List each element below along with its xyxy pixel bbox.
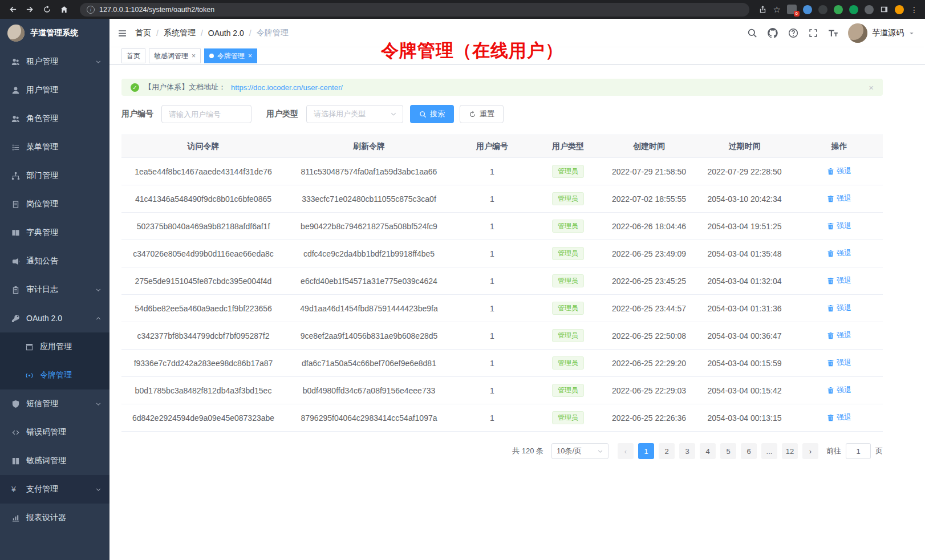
breadcrumb-oauth2[interactable]: OAuth 2.0 xyxy=(208,29,244,38)
page-size-select[interactable]: 10条/页 xyxy=(551,443,608,459)
sidebar-item-oauth2-token[interactable]: 令牌管理 xyxy=(0,361,109,389)
force-logout-button[interactable]: 强退 xyxy=(827,358,851,368)
user-type-cell: 管理员 xyxy=(532,322,605,350)
reset-button[interactable]: 重置 xyxy=(460,105,504,123)
user-type-select[interactable]: 请选择用户类型 xyxy=(306,105,403,123)
user-type-tag: 管理员 xyxy=(552,247,584,260)
force-logout-button[interactable]: 强退 xyxy=(827,303,851,313)
sidebar-item-audit-log[interactable]: 审计日志 xyxy=(0,275,109,304)
force-logout-button[interactable]: 强退 xyxy=(827,412,851,423)
action-cell: 强退 xyxy=(796,240,883,267)
site-info-icon[interactable]: i xyxy=(87,6,95,14)
action-cell: 强退 xyxy=(796,185,883,213)
user-name: 芋道源码 xyxy=(872,28,904,38)
user-type-tag: 管理员 xyxy=(552,220,584,233)
page-button-6[interactable]: 6 xyxy=(741,443,757,459)
force-logout-button[interactable]: 强退 xyxy=(827,166,851,176)
sidebar-item-oauth2-app[interactable]: 应用管理 xyxy=(0,332,109,361)
extension-icon-dark[interactable] xyxy=(818,5,827,14)
sidebar-item-tenant[interactable]: 租户管理 xyxy=(0,47,109,76)
sidebar-item-post[interactable]: 岗位管理 xyxy=(0,190,109,218)
sidebar-item-menu[interactable]: 菜单管理 xyxy=(0,133,109,161)
extension-icon-green[interactable] xyxy=(834,5,843,14)
force-logout-button[interactable]: 强退 xyxy=(827,193,851,204)
user-type-cell: 管理员 xyxy=(532,377,605,404)
force-logout-button[interactable]: 强退 xyxy=(827,330,851,340)
fullscreen-icon[interactable] xyxy=(808,28,818,38)
tab-token[interactable]: 令牌管理 × xyxy=(204,48,257,63)
extension-icon-gray[interactable] xyxy=(865,5,874,14)
sidebar-item-label: OAuth 2.0 xyxy=(26,314,62,323)
force-logout-button[interactable]: 强退 xyxy=(827,275,851,286)
close-icon[interactable]: × xyxy=(248,52,252,59)
sidebar-item-dict[interactable]: 字典管理 xyxy=(0,218,109,247)
side-panel-icon[interactable] xyxy=(880,5,889,14)
browser-home-button[interactable] xyxy=(57,3,71,17)
extension-icon-blue[interactable] xyxy=(803,5,812,14)
github-icon[interactable] xyxy=(767,27,778,39)
bookmark-star-icon[interactable]: ☆ xyxy=(773,5,781,14)
next-page-button[interactable]: › xyxy=(802,443,818,459)
page-button-12[interactable]: 12 xyxy=(782,443,798,459)
sidebar-item-user[interactable]: 用户管理 xyxy=(0,76,109,104)
goto-suffix: 页 xyxy=(875,446,883,456)
browser-forward-button[interactable] xyxy=(23,3,36,17)
breadcrumb-system[interactable]: 系统管理 xyxy=(164,28,196,38)
more-pages-button[interactable]: ... xyxy=(761,443,777,459)
sidebar-item-label: 部门管理 xyxy=(26,171,58,181)
extension-icon-green2[interactable] xyxy=(849,5,858,14)
page-button-1[interactable]: 1 xyxy=(638,443,654,459)
refresh-token-cell: 333ecfc71e02480cb11055c875c3ca0f xyxy=(285,185,453,213)
search-icon[interactable] xyxy=(747,28,757,38)
alert-close-icon[interactable]: × xyxy=(869,83,874,92)
expires-cell: 2054-03-04 00:36:47 xyxy=(693,322,796,350)
browser-reload-button[interactable] xyxy=(40,3,54,17)
page-button-3[interactable]: 3 xyxy=(679,443,695,459)
action-cell: 强退 xyxy=(796,213,883,240)
sidebar-item-label: 错误码管理 xyxy=(26,427,66,437)
tab-sensitive-word[interactable]: 敏感词管理 × xyxy=(149,48,201,63)
force-logout-button[interactable]: 强退 xyxy=(827,248,851,258)
table-row: 275e5de9151045fe87cbdc395e004f4d e6cfd40… xyxy=(121,267,883,295)
page-button-5[interactable]: 5 xyxy=(720,443,736,459)
user-type-cell: 管理员 xyxy=(532,404,605,432)
force-logout-button[interactable]: 强退 xyxy=(827,221,851,231)
browser-menu-icon[interactable]: ⋮ xyxy=(910,5,918,14)
sidebar-item-notice[interactable]: 通知公告 xyxy=(0,247,109,275)
tab-label: 首页 xyxy=(127,51,140,61)
app-logo[interactable]: 芋道管理系统 xyxy=(0,19,109,47)
extension-icon-badged[interactable]: 6 xyxy=(787,5,797,14)
help-icon[interactable] xyxy=(788,28,798,38)
access-token-cell: b0d1785bc3a8482f812db4a3f3bd15ec xyxy=(121,377,285,404)
prev-page-button[interactable]: ‹ xyxy=(618,443,634,459)
page-button-2[interactable]: 2 xyxy=(659,443,675,459)
sidebar-item-label: 短信管理 xyxy=(26,399,58,409)
user-id-input[interactable] xyxy=(161,105,251,123)
profile-avatar-icon[interactable] xyxy=(895,5,904,14)
font-size-icon[interactable] xyxy=(828,28,838,38)
tab-home[interactable]: 首页 xyxy=(121,48,145,63)
clipboard-icon xyxy=(11,286,20,294)
sidebar-item-report-designer[interactable]: 报表设计器 xyxy=(0,504,109,532)
breadcrumb-home[interactable]: 首页 xyxy=(135,28,151,38)
page-button-4[interactable]: 4 xyxy=(700,443,716,459)
sidebar-item-pay[interactable]: ¥ 支付管理 xyxy=(0,475,109,504)
doc-link[interactable]: https://doc.iocoder.cn/user-center/ xyxy=(231,83,343,92)
share-icon[interactable] xyxy=(758,5,767,14)
close-icon[interactable]: × xyxy=(192,52,196,59)
sidebar-item-sensitive-word[interactable]: 敏感词管理 xyxy=(0,447,109,475)
sidebar-collapse-icon[interactable] xyxy=(117,29,127,38)
goto-page-input[interactable] xyxy=(846,443,871,459)
search-button[interactable]: 搜索 xyxy=(410,105,454,123)
force-logout-button[interactable]: 强退 xyxy=(827,385,851,395)
url-text[interactable]: 127.0.0.1:1024/system/oauth2/token xyxy=(99,6,214,14)
sidebar-item-oauth2[interactable]: OAuth 2.0 xyxy=(0,304,109,332)
browser-back-button[interactable] xyxy=(6,3,19,17)
sidebar-item-role[interactable]: 角色管理 xyxy=(0,104,109,133)
sidebar-item-error-code[interactable]: 错误码管理 xyxy=(0,418,109,447)
expires-cell: 2054-03-04 19:51:25 xyxy=(693,213,796,240)
sidebar-item-sms[interactable]: 短信管理 xyxy=(0,389,109,418)
address-bar[interactable]: i 127.0.0.1:1024/system/oauth2/token xyxy=(80,3,749,17)
user-menu[interactable]: 芋道源码 xyxy=(848,23,915,43)
sidebar-item-dept[interactable]: 部门管理 xyxy=(0,161,109,190)
